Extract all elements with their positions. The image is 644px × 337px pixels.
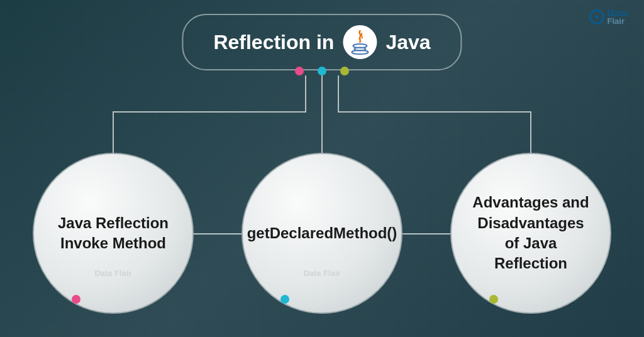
brand-sub: Flair <box>607 18 628 25</box>
connector-left-mid <box>194 233 242 235</box>
watermark-1: Data Flair <box>94 269 131 277</box>
brand-logo-icon <box>589 9 604 25</box>
diagram-title: Reflection in Java <box>182 14 462 70</box>
title-prefix: Reflection in <box>213 31 334 54</box>
dot-cyan <box>318 67 326 75</box>
topic-label-2: getDeclaredMethod() <box>247 223 397 243</box>
circle-dot-olive <box>489 295 498 304</box>
topic-label-1: Java Reflection Invoke Method <box>54 213 172 254</box>
topic-circle-1: Java Reflection Invoke Method Data Flair <box>33 153 194 314</box>
topic-label-3: Advantages and Disadvantages of Java Ref… <box>472 192 590 274</box>
connector-right-mid <box>402 233 450 235</box>
java-icon <box>343 25 377 59</box>
circle-dot-pink <box>72 295 80 304</box>
brand-logo: Data Flair <box>589 9 628 26</box>
dot-pink <box>295 67 304 75</box>
connector-dots <box>295 67 349 75</box>
dot-olive <box>340 67 349 75</box>
watermark-2: Data Flair <box>303 269 340 277</box>
svg-point-2 <box>352 50 368 54</box>
title-suffix: Java <box>386 31 430 54</box>
topic-circle-2: getDeclaredMethod() Data Flair <box>242 153 402 314</box>
brand-logo-text: Data Flair <box>607 9 628 26</box>
circle-dot-cyan <box>280 295 289 304</box>
topic-circle-3: Advantages and Disadvantages of Java Ref… <box>450 153 611 314</box>
